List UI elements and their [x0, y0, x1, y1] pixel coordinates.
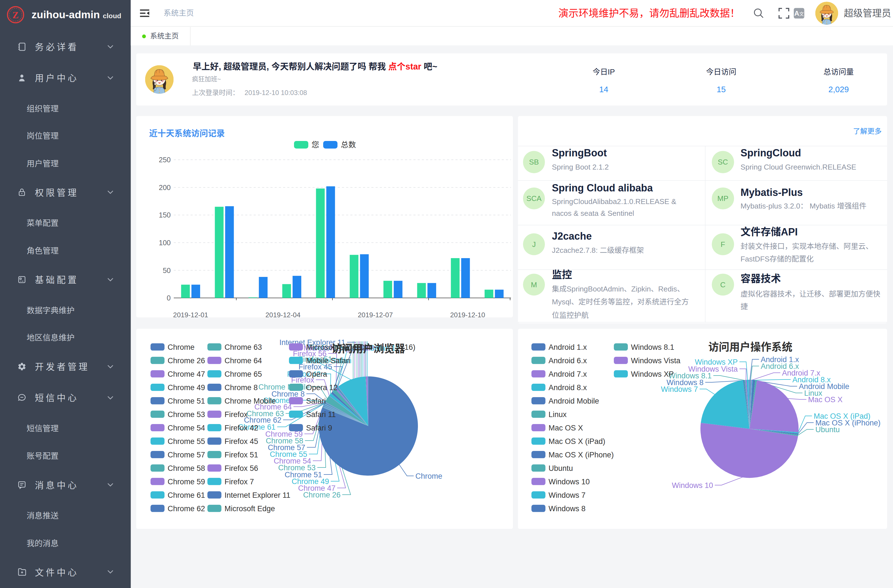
svg-text:100: 100: [159, 239, 171, 247]
svg-text:Mac OS X (iPhone): Mac OS X (iPhone): [549, 451, 614, 459]
svg-text:Chrome 8: Chrome 8: [224, 383, 258, 392]
svg-text:Android Mobile: Android Mobile: [549, 397, 599, 405]
svg-text:近十天系统访问记录: 近十天系统访问记录: [149, 129, 225, 138]
svg-text:Android 1.x: Android 1.x: [549, 343, 587, 352]
svg-text:Mac OS X (iPad): Mac OS X (iPad): [549, 437, 606, 446]
svg-text:250: 250: [159, 156, 171, 164]
svg-text:Chrome: Chrome: [415, 472, 442, 480]
svg-text:您: 您: [312, 141, 319, 149]
svg-text:Opera 12: Opera 12: [306, 383, 338, 392]
svg-text:Chrome 53: Chrome 53: [168, 410, 205, 419]
svg-text:Chrome 54: Chrome 54: [168, 424, 205, 432]
svg-text:0: 0: [167, 294, 171, 302]
svg-text:Firefox 45: Firefox 45: [224, 437, 258, 446]
svg-text:Chrome Mobile: Chrome Mobile: [224, 397, 276, 405]
svg-text:Mobile Safari: Mobile Safari: [306, 356, 350, 365]
svg-text:Windows 8: Windows 8: [549, 504, 586, 513]
svg-text:Firefox 51: Firefox 51: [224, 451, 258, 459]
svg-text:Chrome 63: Chrome 63: [224, 343, 262, 352]
svg-text:Chrome: Chrome: [168, 343, 194, 352]
svg-text:Chrome 47: Chrome 47: [168, 370, 205, 378]
svg-text:Firefox 56: Firefox 56: [224, 464, 258, 472]
svg-text:2019-12-01: 2019-12-01: [173, 311, 208, 317]
svg-text:Windows 7: Windows 7: [549, 491, 586, 499]
svg-text:2019-12-04: 2019-12-04: [265, 311, 301, 317]
svg-text:Android 8.x: Android 8.x: [549, 383, 587, 392]
svg-text:Chrome 64: Chrome 64: [224, 356, 262, 365]
svg-text:Chrome 26: Chrome 26: [168, 356, 205, 365]
svg-text:访问用户操作系统: 访问用户操作系统: [708, 341, 792, 353]
svg-text:Windows XP: Windows XP: [631, 370, 674, 378]
svg-text:150: 150: [159, 211, 171, 219]
svg-text:Chrome 59: Chrome 59: [168, 478, 205, 486]
svg-text:Chrome 26: Chrome 26: [303, 491, 341, 499]
svg-text:Safari 9: Safari 9: [306, 424, 332, 432]
svg-text:16): 16): [404, 343, 415, 352]
svg-text:Chrome 55: Chrome 55: [168, 437, 205, 446]
svg-text:50: 50: [163, 266, 171, 274]
svg-text:2019-12-07: 2019-12-07: [358, 311, 393, 317]
svg-text:Chrome 57: Chrome 57: [168, 451, 205, 459]
svg-text:Ubuntu: Ubuntu: [549, 464, 573, 472]
svg-text:Android 6.x: Android 6.x: [549, 356, 587, 365]
svg-text:Chrome 49: Chrome 49: [168, 383, 205, 392]
svg-text:200: 200: [159, 183, 171, 191]
svg-text:Windows 10: Windows 10: [672, 481, 713, 490]
svg-text:2019-12-10: 2019-12-10: [450, 311, 485, 317]
svg-text:Windows 10: Windows 10: [549, 478, 590, 486]
svg-text:Chrome 51: Chrome 51: [168, 397, 205, 405]
svg-text:Chrome 61: Chrome 61: [168, 491, 205, 499]
svg-text:Chrome 65: Chrome 65: [224, 370, 262, 378]
svg-text:Windows 8.1: Windows 8.1: [631, 343, 674, 352]
svg-text:Firefox: Firefox: [224, 410, 248, 419]
svg-text:Chrome 58: Chrome 58: [168, 464, 205, 472]
svg-text:Ubuntu: Ubuntu: [815, 426, 840, 434]
svg-text:Safari: Safari: [306, 397, 326, 405]
svg-text:访问用户浏览器: 访问用户浏览器: [332, 343, 405, 355]
svg-text:Chrome 62: Chrome 62: [168, 504, 205, 513]
svg-text:Mac OS X: Mac OS X: [808, 396, 843, 404]
svg-text:Opera: Opera: [306, 370, 328, 378]
svg-text:Linux: Linux: [549, 410, 567, 419]
svg-text:Internet Explorer 11: Internet Explorer 11: [224, 491, 290, 499]
svg-text:Z: Z: [12, 10, 18, 20]
svg-text:Android 7.x: Android 7.x: [549, 370, 587, 378]
svg-text:Windows 7: Windows 7: [661, 385, 698, 394]
svg-text:Windows Vista: Windows Vista: [631, 356, 681, 365]
svg-text:总数: 总数: [341, 141, 356, 149]
svg-text:Safari 11: Safari 11: [306, 410, 336, 419]
svg-text:Mac OS X: Mac OS X: [549, 424, 583, 432]
svg-text:Microsoft Edge: Microsoft Edge: [224, 504, 275, 513]
svg-text:Firefox 42: Firefox 42: [224, 424, 258, 432]
svg-text:Firefox 7: Firefox 7: [224, 478, 254, 486]
